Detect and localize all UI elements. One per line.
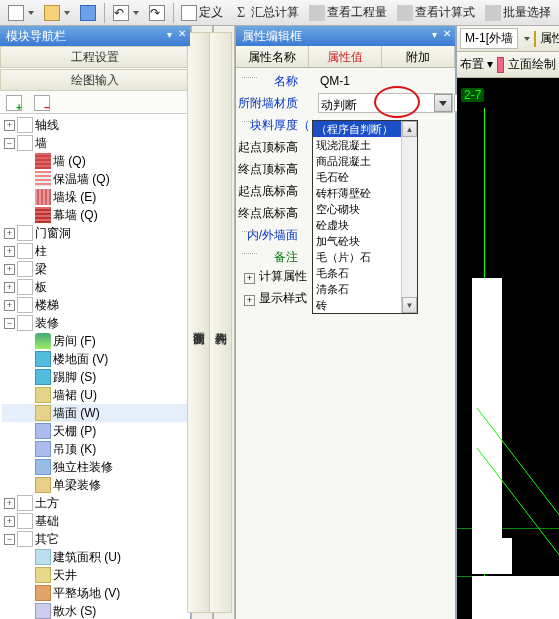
view-formula-button[interactable]: 查看计算式 xyxy=(393,2,479,23)
material-dropdown-list[interactable]: （程序自判断） 现浇混凝土 商品混凝土 毛石砼 砖杆薄壁砼 空心砌块 砼虚块 加… xyxy=(312,120,418,314)
tree-node-curtain-wall[interactable]: 幕墙 (Q) xyxy=(2,206,188,224)
pin-icon[interactable]: ▾ xyxy=(432,29,437,40)
tree-node-opening[interactable]: +门窗洞 xyxy=(2,224,188,242)
view-quantity-button[interactable]: 查看工程量 xyxy=(305,2,391,23)
draw-input-tab[interactable]: 绘图输入 xyxy=(0,69,190,91)
tree-node-room[interactable]: 房间 (F) xyxy=(2,332,188,350)
expand-icon[interactable]: + xyxy=(244,273,255,284)
tree-node-stair[interactable]: +楼梯 xyxy=(2,296,188,314)
svg-line-0 xyxy=(477,408,559,538)
tree-node-lightwell[interactable]: 天井 xyxy=(2,566,188,584)
tree-node-beam-finish[interactable]: 单梁装修 xyxy=(2,476,188,494)
tree-node-slab[interactable]: +板 xyxy=(2,278,188,296)
open-button[interactable] xyxy=(40,3,74,23)
tree-node-column[interactable]: +柱 xyxy=(2,242,188,260)
close-icon[interactable]: ✕ xyxy=(178,28,186,39)
module-nav-panel: 模块导航栏 ▾ ✕ 工程设置 绘图输入 + − +轴线 −墙 墙 (Q) 保温墙… xyxy=(0,26,191,619)
tree-node-level-ground[interactable]: 平整场地 (V) xyxy=(2,584,188,602)
entity-selector[interactable]: M-1[外墙 xyxy=(460,28,518,49)
tree-node-beam[interactable]: +梁 xyxy=(2,260,188,278)
tree-node-foundation[interactable]: +基础 xyxy=(2,512,188,530)
material-input[interactable]: 动判断 xyxy=(318,93,453,113)
attr-button[interactable]: 属性 xyxy=(540,30,559,47)
tree-node-wall-q[interactable]: 墙 (Q) xyxy=(2,152,188,170)
save-button[interactable] xyxy=(76,3,100,23)
elevation-button[interactable]: 立面绘制 xyxy=(508,56,556,73)
tree-node-insulation-wall[interactable]: 保温墙 (Q) xyxy=(2,170,188,188)
component-list-button[interactable]: 构件列表 xyxy=(209,32,232,613)
tree-node-floor[interactable]: 楼地面 (V) xyxy=(2,350,188,368)
close-icon[interactable]: ✕ xyxy=(443,28,451,39)
tree-node-suspended-ceiling[interactable]: 吊顶 (K) xyxy=(2,440,188,458)
property-grid-header: 属性名称 属性值 附加 xyxy=(236,46,455,68)
header-name: 属性名称 xyxy=(236,46,309,67)
property-panel: 属性编辑框 ▾ ✕ 属性名称 属性值 附加 名称QM-1 所附墙材质 动判断 块… xyxy=(235,26,456,619)
pin-icon[interactable]: ▾ xyxy=(167,29,172,40)
prop-row-material[interactable]: 所附墙材质 动判断 xyxy=(238,92,453,114)
undo-button[interactable]: ↶ xyxy=(109,3,143,23)
elevation-icon[interactable] xyxy=(497,57,504,73)
project-settings-tab[interactable]: 工程设置 xyxy=(0,46,190,68)
sum-calc-button[interactable]: Σ汇总计算 xyxy=(229,2,303,23)
vertical-strip-list: 构件列表 xyxy=(213,26,235,619)
axis-label: 2-7 xyxy=(461,88,484,102)
nav-panel-title: 模块导航栏 ▾ ✕ xyxy=(0,26,190,46)
adjust-rebar-button[interactable]: 调整衡面筋 xyxy=(187,32,210,613)
tree-node-finish[interactable]: −装修 xyxy=(2,314,188,332)
attr-icon[interactable] xyxy=(534,31,536,47)
add-item-icon[interactable]: + xyxy=(6,95,22,111)
new-button[interactable] xyxy=(4,3,38,23)
prop-row-name[interactable]: 名称QM-1 xyxy=(238,70,453,92)
header-extra: 附加 xyxy=(382,46,455,67)
nav-mini-toolbar: + − xyxy=(0,92,190,114)
main-toolbar: ↶ ↷ 定义 Σ汇总计算 查看工程量 查看计算式 批量选择 xyxy=(0,0,559,26)
tree-node-sanshui[interactable]: 散水 (S) xyxy=(2,602,188,619)
right-toolbar-1: M-1[外墙 属性 xyxy=(457,26,559,52)
header-value: 属性值 xyxy=(309,46,382,67)
tree-node-wall-face[interactable]: 墙面 (W) xyxy=(2,404,188,422)
tree-node-ceiling[interactable]: 天棚 (P) xyxy=(2,422,188,440)
redo-button[interactable]: ↷ xyxy=(145,3,169,23)
drawing-canvas[interactable]: 2-7 xyxy=(457,78,559,619)
scroll-down-icon[interactable]: ▼ xyxy=(402,297,417,313)
layout-button[interactable]: 布置 ▾ xyxy=(460,56,493,73)
tree-node-earth[interactable]: +土方 xyxy=(2,494,188,512)
expand-icon[interactable]: + xyxy=(244,295,255,306)
tree-node-wall-pier[interactable]: 墙垛 (E) xyxy=(2,188,188,206)
tree-node-axis[interactable]: +轴线 xyxy=(2,116,188,134)
tree-node-skirting[interactable]: 踢脚 (S) xyxy=(2,368,188,386)
tree-node-wall[interactable]: −墙 xyxy=(2,134,188,152)
tree-node-other[interactable]: −其它 xyxy=(2,530,188,548)
dropdown-scrollbar[interactable]: ▲ ▼ xyxy=(401,121,417,313)
remove-item-icon[interactable]: − xyxy=(34,95,50,111)
tree-node-column-finish[interactable]: 独立柱装修 xyxy=(2,458,188,476)
property-panel-title: 属性编辑框 ▾ ✕ xyxy=(236,26,455,46)
svg-line-1 xyxy=(477,448,559,578)
nav-tree: +轴线 −墙 墙 (Q) 保温墙 (Q) 墙垛 (E) 幕墙 (Q) +门窗洞 … xyxy=(0,114,190,619)
tree-node-build-area[interactable]: 建筑面积 (U) xyxy=(2,548,188,566)
define-button[interactable]: 定义 xyxy=(177,2,227,23)
scroll-up-icon[interactable]: ▲ xyxy=(402,121,417,137)
material-dropdown-button[interactable] xyxy=(434,94,452,112)
batch-select-button[interactable]: 批量选择 xyxy=(481,2,555,23)
tree-node-dado[interactable]: 墙裙 (U) xyxy=(2,386,188,404)
right-toolbar-2: 布置 ▾ 立面绘制 xyxy=(457,52,559,78)
drawing-area-container: M-1[外墙 属性 布置 ▾ 立面绘制 2-7 xyxy=(456,26,559,619)
